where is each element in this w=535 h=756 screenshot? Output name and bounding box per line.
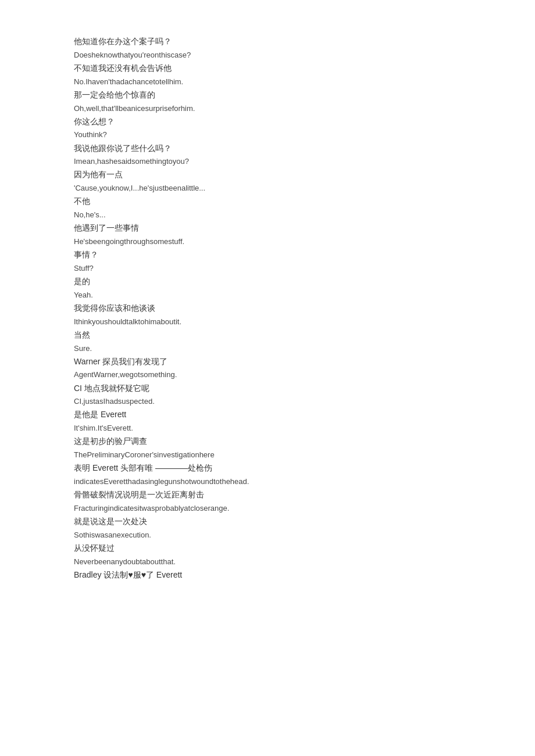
line-zh-0: 他知道你在办这个案子吗？ — [74, 35, 461, 49]
line-en-1: No.Ihaven'thadachancetotellhim. — [74, 76, 461, 88]
line-en-12: AgentWarner,wegotsomething. — [74, 368, 461, 381]
line-zh-6: 不他 — [74, 195, 461, 209]
line-en-14: It'shim.It'sEverett. — [74, 422, 461, 435]
line-en-2: Oh,well,that'llbeanicesurpriseforhim. — [74, 102, 461, 115]
line-en-4: Imean,hashesaidsomethingtoyou? — [74, 155, 461, 168]
line-zh-16: 表明 Everett 头部有唯 ————处枪伤 — [74, 461, 461, 475]
line-en-7: He'sbeengoingthroughsomestuff. — [74, 235, 461, 248]
line-en-18: Sothiswasanexecution. — [74, 529, 461, 542]
line-zh-13: CI 地点我就怀疑它呢 — [74, 382, 461, 396]
line-en-6: No,he's... — [74, 209, 461, 221]
line-en-16: indicatesEveretthadasinglegunshotwoundto… — [74, 475, 461, 488]
line-zh-9: 是的 — [74, 275, 461, 289]
line-zh-10: 我觉得你应该和他谈谈 — [74, 302, 461, 316]
line-en-13: CI,justasIhadsuspected. — [74, 395, 461, 408]
line-zh-2: 那一定会给他个惊喜的 — [74, 88, 461, 102]
line-en-3: Youthink? — [74, 128, 461, 141]
line-zh-4: 我说他跟你说了些什么吗？ — [74, 142, 461, 156]
line-en-5: 'Cause,youknow,I...he'sjustbeenalittle..… — [74, 182, 461, 195]
line-zh-17: 骨骼破裂情况说明是一次近距离射击 — [74, 488, 461, 502]
line-zh-18: 就是说这是一次处决 — [74, 515, 461, 529]
line-en-11: Sure. — [74, 342, 461, 355]
line-en-19: Neverbeenanydoubtaboutthat. — [74, 556, 461, 568]
line-zh-20: Bradley 设法制♥服♥了 Everett — [74, 568, 461, 582]
line-zh-5: 因为他有一点 — [74, 168, 461, 182]
line-en-15: ThePreliminaryCoroner'sinvestigationhere — [74, 449, 461, 461]
line-zh-12: Warner 探员我们有发现了 — [74, 355, 461, 369]
line-en-17: Fracturingindicatesitwasprobablyatcloser… — [74, 502, 461, 515]
line-en-10: Ithinkyoushouldtalktohimaboutit. — [74, 316, 461, 328]
line-zh-8: 事情？ — [74, 248, 461, 262]
line-zh-1: 不知道我还没有机会告诉他 — [74, 62, 461, 76]
line-en-0: Doesheknowthatyou'reonthiscase? — [74, 49, 461, 62]
line-zh-15: 这是初步的验尸调查 — [74, 435, 461, 449]
line-zh-14: 是他是 Everett — [74, 408, 461, 422]
line-en-8: Stuff? — [74, 262, 461, 275]
line-zh-3: 你这么想？ — [74, 115, 461, 129]
line-en-9: Yeah. — [74, 289, 461, 302]
line-zh-7: 他遇到了一些事情 — [74, 221, 461, 235]
content-container: 他知道你在办这个案子吗？Doesheknowthatyou'reonthisca… — [74, 35, 461, 582]
line-zh-19: 从没怀疑过 — [74, 542, 461, 556]
line-zh-11: 当然 — [74, 328, 461, 342]
